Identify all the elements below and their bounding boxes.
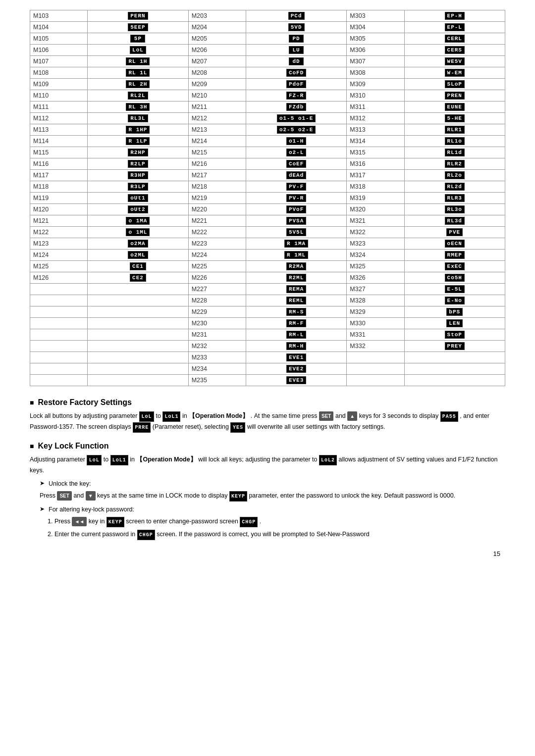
col2-id: M208	[188, 67, 246, 79]
kl-lol1-led: LoL1	[110, 455, 128, 465]
col2-id: M221	[188, 215, 246, 227]
alter-steps: Press ◄◄ key in KEYP screen to enter cha…	[54, 516, 505, 540]
col2-id: M219	[188, 193, 246, 204]
col1-led: R2HP	[88, 147, 188, 158]
restore-factory-body: Lock all buttons by adjusting parameter …	[30, 411, 505, 433]
col1-led	[88, 352, 188, 363]
restore-factory-heading: Restore Factory Settings	[30, 398, 505, 407]
col3-led	[404, 352, 505, 363]
col3-id: M332	[347, 341, 404, 352]
col3-led: EP-H	[404, 10, 505, 22]
col3-led: EP-L	[404, 22, 505, 33]
col1-id: M104	[30, 22, 88, 33]
col2-led: o2-5 o2-E	[246, 124, 346, 136]
col1-id: M110	[30, 90, 88, 101]
table-row: M122o 1MLM2225V5LM322PVE	[30, 227, 505, 238]
col2-led: o2-L	[246, 147, 346, 158]
table-row: M234EVE2	[30, 363, 505, 375]
col3-id: M325	[347, 261, 404, 272]
col2-led: FZdb	[246, 101, 346, 113]
col3-led: E-No	[404, 295, 505, 306]
col1-led: RL3L	[88, 113, 188, 124]
col2-id: M211	[188, 101, 246, 113]
col1-led: RL2L	[88, 90, 188, 101]
col3-led: StoP	[404, 329, 505, 341]
table-row: M233EVE1	[30, 352, 505, 363]
col2-led: FZ-R	[246, 90, 346, 101]
table-row: M118R3LPM218PV-FM318RL2d	[30, 181, 505, 193]
key-lock-body: Adjusting parameter LoL to LoL1 in 【Oper…	[30, 454, 505, 540]
col2-id: M234	[188, 363, 246, 375]
col3-led: RMEP	[404, 250, 505, 261]
table-row: M123o2MAM223R 1MAM323oECN	[30, 238, 505, 250]
table-row: M109RL 2HM209PdoFM309SLoP	[30, 79, 505, 90]
col3-led: CERS	[404, 45, 505, 56]
col2-led: o1-H	[246, 136, 346, 147]
col2-id: M203	[188, 10, 246, 22]
alter-label: For altering key-lock password:	[49, 504, 134, 514]
col2-led: CoFD	[246, 67, 346, 79]
col3-id: M331	[347, 329, 404, 341]
col2-id: M207	[188, 56, 246, 67]
col2-led: RM-S	[246, 306, 346, 318]
col3-id: M310	[347, 90, 404, 101]
table-row: M110RL2LM210FZ-RM310PREN	[30, 90, 505, 101]
col3-id: M328	[347, 295, 404, 306]
col3-id	[347, 375, 404, 386]
col3-led: RL3o	[404, 204, 505, 215]
col2-id: M213	[188, 124, 246, 136]
lol-led-1: LoL	[139, 411, 154, 422]
kl-down-key: ▼	[86, 491, 96, 501]
col3-led: E-5L	[404, 284, 505, 295]
set-key: SET	[319, 411, 333, 421]
table-row: M231RM-LM331StoP	[30, 329, 505, 341]
col2-led: EVE2	[246, 363, 346, 375]
col3-id: M307	[347, 56, 404, 67]
col1-id: M125	[30, 261, 88, 272]
col1-led	[88, 318, 188, 329]
col3-led: RLR1	[404, 124, 505, 136]
pass-led: PA55	[440, 411, 458, 422]
chgp-led-1: CHGP	[240, 517, 258, 527]
col2-led: R 1ML	[246, 250, 346, 261]
col1-led: LoL	[88, 45, 188, 56]
col2-led: PV-F	[246, 181, 346, 193]
col3-led: RL2d	[404, 181, 505, 193]
kl-lol2-led: LoL2	[319, 455, 337, 465]
col2-id: M206	[188, 45, 246, 56]
col3-led: PREN	[404, 90, 505, 101]
col1-led: o2MA	[88, 238, 188, 250]
col2-led: R2MA	[246, 261, 346, 272]
col3-led: Co5H	[404, 272, 505, 284]
col1-id	[30, 375, 88, 386]
col1-led: R3HP	[88, 170, 188, 181]
col1-led: R 1LP	[88, 136, 188, 147]
col3-id: M330	[347, 318, 404, 329]
col3-id: M314	[347, 136, 404, 147]
key-lock-para1: Adjusting parameter LoL to LoL1 in 【Oper…	[30, 454, 505, 476]
col1-id: M105	[30, 33, 88, 45]
col2-id: M224	[188, 250, 246, 261]
col2-id: M225	[188, 261, 246, 272]
col1-id: M124	[30, 250, 88, 261]
table-row: M117R3HPM217dEAdM317RL2o	[30, 170, 505, 181]
col3-id: M323	[347, 238, 404, 250]
col1-id	[30, 329, 88, 341]
up-key: ▲	[347, 411, 357, 421]
table-row: M229RM-SM329bPS	[30, 306, 505, 318]
col1-led: oUt2	[88, 204, 188, 215]
col3-led: SLoP	[404, 79, 505, 90]
col1-id: M112	[30, 113, 88, 124]
col3-id: M303	[347, 10, 404, 22]
col1-id	[30, 341, 88, 352]
col2-id: M204	[188, 22, 246, 33]
col2-led: PV-R	[246, 193, 346, 204]
col2-id: M231	[188, 329, 246, 341]
col3-led: WE5V	[404, 56, 505, 67]
col1-id: M120	[30, 204, 88, 215]
col1-id	[30, 284, 88, 295]
col1-id: M109	[30, 79, 88, 90]
col3-led: 5-HE	[404, 113, 505, 124]
col1-id: M103	[30, 10, 88, 22]
table-row: M124o2MLM224R 1MLM324RMEP	[30, 250, 505, 261]
